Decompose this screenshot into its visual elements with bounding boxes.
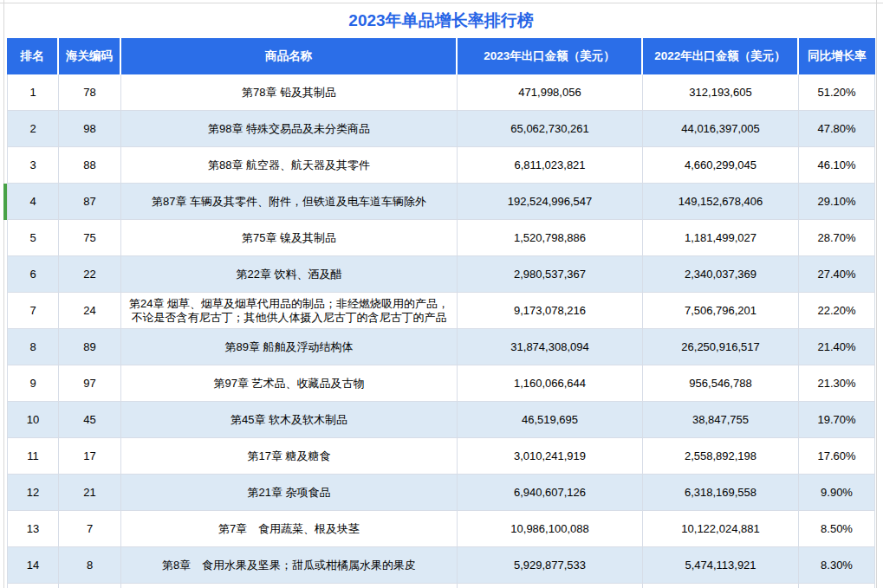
cell-export-2023[interactable]: 10,986,100,088 [458,511,643,547]
cell-growth-rate[interactable]: 27.40% [799,256,875,293]
cell-export-2022[interactable]: 1,181,499,027 [643,220,799,256]
cell-rank[interactable]: 12 [7,475,59,511]
page-title: 2023年单品增长率排行榜 [7,3,875,38]
cell-export-2023[interactable]: 1,520,798,886 [458,220,643,256]
cell-growth-rate[interactable]: 28.70% [799,220,875,256]
cell-product-name[interactable]: 第17章 糖及糖食 [121,438,458,475]
cell-product-name[interactable]: 第7章 食用蔬菜、根及块茎 [121,511,458,547]
cell-product-name[interactable]: 第88章 航空器、航天器及其零件 [121,147,458,184]
cell-export-2023[interactable]: 46,519,695 [458,402,643,438]
cell-export-2023[interactable]: 6,811,023,821 [458,147,643,184]
cell-export-2023[interactable]: 65,062,730,261 [458,111,643,147]
cell-rank[interactable]: 9 [7,365,59,402]
cell-export-2022[interactable]: 312,193,605 [643,74,799,111]
cell-export-2022[interactable]: 44,016,397,005 [643,111,799,147]
cell-hs-code[interactable]: 21 [59,475,121,511]
cell-hs-code[interactable]: 98 [59,111,121,147]
cell-growth-rate[interactable]: 9.90% [799,475,875,511]
cell-hs-code[interactable]: 7 [59,511,121,547]
cell-export-2022[interactable]: 6,318,169,558 [643,475,799,511]
cell-growth-rate[interactable]: 51.20% [799,74,875,111]
cell-product-name[interactable]: 第97章 艺术品、收藏品及古物 [121,365,458,402]
table-row[interactable]: 7 24 第24章 烟草、烟草及烟草代用品的制品；非经燃烧吸用的产品， 不论是否… [7,293,875,329]
cell-export-2023[interactable]: 471,998,056 [458,74,643,111]
cell-growth-rate[interactable]: 8.30% [799,547,875,584]
cell-hs-code[interactable]: 75 [59,220,121,256]
cell-hs-code[interactable]: 88 [59,147,121,184]
cell-export-2022[interactable]: 956,546,788 [643,365,799,402]
cell-export-2023[interactable]: 192,524,996,547 [458,184,643,220]
cell-export-2023[interactable]: 2,980,537,367 [458,256,643,293]
cell-export-2022[interactable]: 2,558,892,198 [643,438,799,475]
cell-product-name[interactable]: 第98章 特殊交易品及未分类商品 [121,111,458,147]
cell-growth-rate[interactable]: 29.10% [799,184,875,220]
cell-product-name[interactable]: 第21章 杂项食品 [121,475,458,511]
cell-hs-code[interactable]: 22 [59,256,121,293]
cell-rank[interactable]: 14 [7,547,59,584]
cell-export-2023[interactable]: 5,929,877,533 [458,547,643,584]
table-row[interactable]: 14 8 第8章 食用水果及坚果；甜瓜或柑橘属水果的果皮 5,929,877,5… [7,547,875,584]
cell-export-2022[interactable]: 10,122,024,881 [643,511,799,547]
cell-hs-code[interactable]: 17 [59,438,121,475]
cell-growth-rate[interactable]: 46.10% [799,147,875,184]
cell-product-name[interactable]: 第8章 食用水果及坚果；甜瓜或柑橘属水果的果皮 [121,547,458,584]
cell-growth-rate[interactable]: 17.60% [799,438,875,475]
cell-rank[interactable]: 2 [7,111,59,147]
cell-export-2022[interactable]: 7,506,796,201 [643,293,799,329]
table-row[interactable]: 13 7 第7章 食用蔬菜、根及块茎 10,986,100,088 10,122… [7,511,875,547]
cell-hs-code[interactable]: 8 [59,547,121,584]
cell-rank[interactable]: 3 [7,147,59,184]
cell-rank[interactable]: 11 [7,438,59,475]
table-row[interactable]: 8 89 第89章 船舶及浮动结构体 31,874,308,094 26,250… [7,329,875,365]
cell-export-2022[interactable]: 5,474,113,921 [643,547,799,584]
cell-hs-code[interactable]: 24 [59,293,121,329]
table-row[interactable]: 9 97 第97章 艺术品、收藏品及古物 1,160,066,644 956,5… [7,365,875,402]
cell-growth-rate[interactable]: 21.40% [799,329,875,365]
cell-export-2022[interactable]: 4,660,299,045 [643,147,799,184]
cell-hs-code[interactable]: 45 [59,402,121,438]
cell-rank[interactable]: 7 [7,293,59,329]
cell-product-name[interactable]: 第45章 软木及软木制品 [121,402,458,438]
cell-rank[interactable]: 10 [7,402,59,438]
cell-growth-rate[interactable]: 8.50% [799,511,875,547]
cell-hs-code[interactable]: 97 [59,365,121,402]
table-row[interactable]: 12 21 第21章 杂项食品 6,940,607,126 6,318,169,… [7,475,875,511]
cell-product-name[interactable]: 第87章 车辆及其零件、附件，但铁道及电车道车辆除外 [121,184,458,220]
cell-rank[interactable]: 1 [7,74,59,111]
cell-export-2023[interactable]: 3,010,241,919 [458,438,643,475]
table-row[interactable]: 3 88 第88章 航空器、航天器及其零件 6,811,023,821 4,66… [7,147,875,184]
cell-growth-rate[interactable]: 22.20% [799,293,875,329]
cell-rank[interactable]: 8 [7,329,59,365]
table-row[interactable]: 6 22 第22章 饮料、酒及醋 2,980,537,367 2,340,037… [7,256,875,293]
table-row[interactable]: 11 17 第17章 糖及糖食 3,010,241,919 2,558,892,… [7,438,875,475]
table-row[interactable]: 10 45 第45章 软木及软木制品 46,519,695 38,847,755… [7,402,875,438]
cell-rank[interactable]: 5 [7,220,59,256]
cell-growth-rate[interactable]: 21.30% [799,365,875,402]
cell-rank[interactable]: 6 [7,256,59,293]
cell-product-name[interactable]: 第24章 烟草、烟草及烟草代用品的制品；非经燃烧吸用的产品， 不论是否含有尼古丁… [121,293,458,329]
cell-export-2022[interactable]: 2,340,037,369 [643,256,799,293]
cell-rank[interactable]: 13 [7,511,59,547]
cell-export-2023[interactable]: 1,160,066,644 [458,365,643,402]
cell-rank[interactable]: 4 [7,184,59,220]
table-row-selected[interactable]: 4 87 第87章 车辆及其零件、附件，但铁道及电车道车辆除外 192,524,… [7,184,875,220]
cell-hs-code[interactable]: 87 [59,184,121,220]
cell-growth-rate[interactable]: 47.80% [799,111,875,147]
cell-hs-code[interactable]: 89 [59,329,121,365]
cell-export-2022[interactable]: 26,250,916,517 [643,329,799,365]
cell-product-name[interactable]: 第89章 船舶及浮动结构体 [121,329,458,365]
cell-product-name[interactable]: 第22章 饮料、酒及醋 [121,256,458,293]
cell-export-2022[interactable]: 38,847,755 [643,402,799,438]
cell-product-name[interactable]: 第78章 铅及其制品 [121,74,458,111]
cell-growth-rate[interactable]: 19.70% [799,402,875,438]
cell-export-2023[interactable]: 9,173,078,216 [458,293,643,329]
cell-product-name[interactable]: 第75章 镍及其制品 [121,220,458,256]
table-row[interactable]: 5 75 第75章 镍及其制品 1,520,798,886 1,181,499,… [7,220,875,256]
cell-hs-code[interactable]: 78 [59,74,121,111]
cell-export-2022[interactable]: 149,152,678,406 [643,184,799,220]
table-row[interactable]: 1 78 第78章 铅及其制品 471,998,056 312,193,605 … [7,74,875,111]
cell-export-2023[interactable]: 6,940,607,126 [458,475,643,511]
cell-export-2023[interactable]: 31,874,308,094 [458,329,643,365]
table-row[interactable]: 2 98 第98章 特殊交易品及未分类商品 65,062,730,261 44,… [7,111,875,147]
column-header-export-2023: 2023年出口金额（美元） [458,38,643,74]
